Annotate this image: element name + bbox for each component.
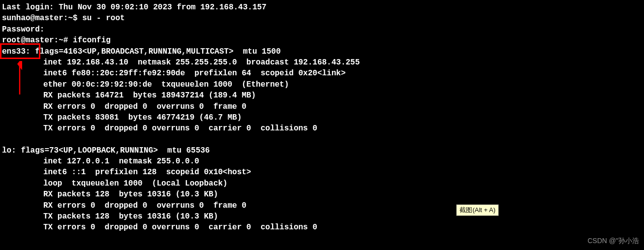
lo-header-line: lo: flags=73<UP,LOOPBACK,RUNNING> mtu 65…	[2, 145, 642, 156]
ens33-tx-errors-line: TX errors 0 dropped 0 overruns 0 carrier…	[2, 123, 642, 134]
ens33-ether-line: ether 00:0c:29:92:90:de txqueuelen 1000 …	[2, 79, 642, 90]
lo-inet-line: inet 127.0.0.1 netmask 255.0.0.0	[2, 156, 642, 167]
ens33-flags: flags=4163<UP,BROADCAST,RUNNING,MULTICAS…	[35, 47, 280, 56]
lo-rx-errors-line: RX errors 0 dropped 0 overruns 0 frame 0	[2, 200, 642, 211]
lo-loop-line: loop txqueuelen 1000 (Local Loopback)	[2, 178, 642, 189]
spacer	[2, 134, 642, 145]
ens33-rx-errors-line: RX errors 0 dropped 0 overruns 0 frame 0	[2, 101, 642, 112]
ens33-inet-line: inet 192.168.43.10 netmask 255.255.255.0…	[2, 57, 642, 68]
interface-name-ens33: ens33:	[2, 47, 35, 56]
ifconfig-command-line: root@master:~# ifconfig	[2, 35, 642, 46]
screenshot-tooltip: 截图(Alt + A)	[456, 204, 499, 216]
csdn-watermark: CSDN @"孙小浩	[587, 236, 639, 246]
terminal-output[interactable]: Last login: Thu Nov 30 09:02:10 2023 fro…	[2, 2, 642, 233]
lo-rx-packets-line: RX packets 128 bytes 10316 (10.3 KB)	[2, 189, 642, 200]
password-prompt: Password:	[2, 24, 642, 35]
last-login-line: Last login: Thu Nov 30 09:02:10 2023 fro…	[2, 2, 642, 13]
ens33-header-line: ens33: flags=4163<UP,BROADCAST,RUNNING,M…	[2, 46, 642, 57]
su-command-line: sunhao@master:~$ su - root	[2, 13, 642, 24]
lo-inet6-line: inet6 ::1 prefixlen 128 scopeid 0x10<hos…	[2, 167, 642, 178]
lo-tx-packets-line: TX packets 128 bytes 10316 (10.3 KB)	[2, 211, 642, 222]
ens33-tx-packets-line: TX packets 83081 bytes 46774219 (46.7 MB…	[2, 112, 642, 123]
ens33-rx-packets-line: RX packets 164721 bytes 189437214 (189.4…	[2, 90, 642, 101]
lo-tx-errors-line: TX errors 0 dropped 0 overruns 0 carrier…	[2, 222, 642, 233]
ens33-inet6-line: inet6 fe80::20c:29ff:fe92:90de prefixlen…	[2, 68, 642, 79]
